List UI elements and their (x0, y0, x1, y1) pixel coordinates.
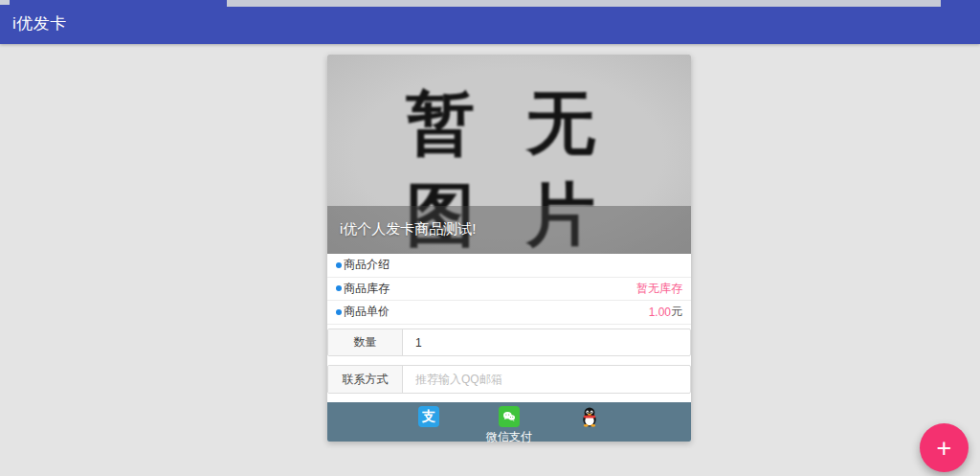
product-card: 暂 无图 片 i优个人发卡商品测试! 商品介绍 商品库存 暂无库存 商品单价 1… (327, 55, 691, 442)
product-title: i优个人发卡商品测试! (327, 220, 477, 238)
payment-bar: 支 微信支付 (327, 402, 691, 442)
bullet-icon (336, 285, 342, 291)
wechat-bubble-graphic (501, 409, 517, 424)
product-title-overlay: i优个人发卡商品测试! (327, 206, 691, 254)
price-unit: 元 (671, 304, 682, 320)
stock-status: 暂无库存 (636, 281, 682, 297)
wechat-pay-label: 微信支付 (486, 429, 532, 445)
no-image-line1: 暂 无 (406, 85, 612, 162)
qq-penguin-graphic (580, 406, 599, 427)
alipay-glyph: 支 (422, 408, 435, 425)
contact-input[interactable] (403, 366, 690, 393)
spec-label: 商品库存 (344, 281, 390, 297)
site-title: i优发卡 (12, 0, 67, 44)
quantity-label: 数量 (328, 329, 403, 356)
alipay-icon: 支 (418, 406, 439, 427)
plus-icon: + (937, 434, 952, 463)
qq-pay-button[interactable] (549, 406, 630, 427)
quantity-row: 数量 (327, 329, 691, 357)
add-button[interactable]: + (920, 423, 969, 472)
qq-icon (579, 406, 600, 427)
contact-label: 联系方式 (328, 366, 403, 393)
page: i优发卡 暂 无图 片 i优个人发卡商品测试! 商品介绍 商品库存 暂无库存 商… (0, 0, 980, 476)
spec-label: 商品单价 (344, 304, 390, 320)
price-value: 1.00 (649, 306, 671, 319)
contact-row: 联系方式 (327, 365, 691, 394)
scrollbar-corner (0, 0, 10, 5)
wechat-pay-button[interactable]: 微信支付 (469, 406, 549, 445)
spec-label: 商品介绍 (344, 257, 390, 273)
product-image-placeholder: 暂 无图 片 i优个人发卡商品测试! (327, 55, 691, 254)
bullet-icon (336, 309, 342, 315)
wechat-pay-icon (499, 406, 520, 427)
spec-row-price: 商品单价 1.00 元 (327, 301, 691, 325)
spec-row-intro: 商品介绍 (327, 254, 691, 278)
horizontal-scrollbar[interactable] (227, 0, 941, 7)
alipay-pay-button[interactable]: 支 (389, 406, 469, 427)
spec-row-stock: 商品库存 暂无库存 (327, 278, 691, 302)
quantity-input[interactable] (403, 329, 690, 356)
bullet-icon (336, 262, 342, 268)
